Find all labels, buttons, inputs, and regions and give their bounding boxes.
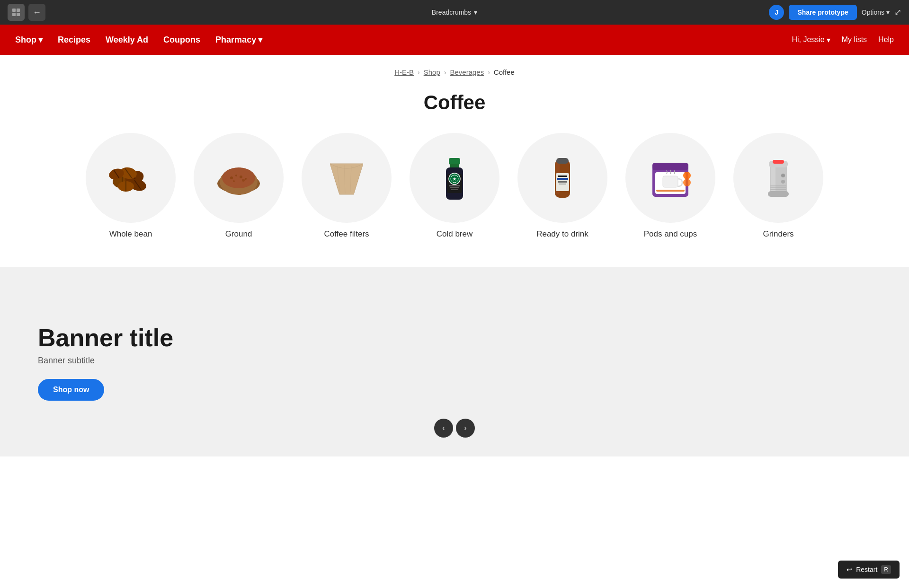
svg-rect-29 [450, 164, 459, 167]
breadcrumb-sep-2: › [444, 69, 446, 76]
svg-point-59 [781, 180, 785, 184]
svg-rect-57 [773, 160, 784, 164]
restart-label: Restart [856, 566, 877, 573]
svg-point-24 [242, 179, 245, 182]
banner-section: Banner title Banner subtitle Shop now ‹ … [0, 267, 909, 456]
svg-rect-61 [770, 187, 786, 188]
category-circle-whole-bean [86, 133, 176, 223]
pharmacy-chevron-icon: ▾ [258, 35, 262, 45]
options-button[interactable]: Options ▾ [862, 9, 890, 16]
grinders-icon [750, 149, 807, 206]
svg-point-18 [222, 167, 255, 188]
ready-to-drink-icon [534, 149, 591, 206]
category-item-whole-bean[interactable]: Whole bean [83, 133, 178, 239]
coffee-filter-icon [318, 149, 375, 206]
svg-rect-28 [449, 158, 460, 165]
banner-title: Banner title [38, 324, 871, 352]
svg-rect-37 [451, 189, 458, 190]
shop-chevron-icon: ▾ [38, 35, 43, 45]
carousel-prev-button[interactable]: ‹ [434, 419, 453, 438]
user-avatar: J [769, 5, 784, 20]
design-topbar: ← Breadcrumbs ▾ J Share prototype Option… [0, 0, 909, 25]
nav-item-recipes[interactable]: Recipes [58, 35, 90, 45]
category-item-ground[interactable]: Ground [191, 133, 286, 239]
topbar-right: J Share prototype Options ▾ ⤢ [769, 5, 901, 20]
categories-section: Whole bean [0, 133, 909, 267]
banner-subtitle: Banner subtitle [38, 356, 871, 366]
svg-rect-62 [770, 189, 786, 190]
category-label-ready-to-drink: Ready to drink [536, 229, 588, 239]
breadcrumb-current: Coffee [494, 68, 515, 76]
category-item-cold-brew[interactable]: Cold brew [407, 133, 502, 239]
svg-rect-45 [559, 184, 566, 184]
nav-help[interactable]: Help [878, 35, 894, 44]
svg-rect-0 [12, 9, 16, 12]
fullscreen-button[interactable]: ⤢ [894, 7, 901, 18]
svg-rect-54 [771, 164, 775, 196]
category-label-ground: Ground [225, 229, 252, 239]
nav-my-lists[interactable]: My lists [842, 35, 867, 44]
design-logo-button[interactable] [8, 4, 25, 21]
category-label-cold-brew: Cold brew [437, 229, 473, 239]
category-circle-ground [194, 133, 284, 223]
nav-item-pharmacy[interactable]: Pharmacy ▾ [215, 35, 262, 45]
main-content: H-E-B › Shop › Beverages › Coffee Coffee [0, 55, 909, 456]
category-label-whole-bean: Whole bean [109, 229, 152, 239]
svg-rect-43 [557, 178, 568, 180]
carousel-controls: ‹ › [434, 419, 475, 438]
topbar-left: ← [8, 4, 45, 21]
svg-point-52 [683, 179, 691, 186]
category-circle-grinders [733, 133, 823, 223]
restart-button[interactable]: ↩ Restart R [838, 561, 900, 579]
category-item-grinders[interactable]: Grinders [731, 133, 826, 239]
nav-left: Shop ▾ Recipes Weekly Ad Coupons Pharmac… [15, 35, 262, 45]
svg-rect-49 [663, 176, 678, 187]
breadcrumb: H-E-B › Shop › Beverages › Coffee [0, 55, 909, 84]
svg-point-20 [235, 175, 237, 176]
category-item-ready-to-drink[interactable]: Ready to drink [515, 133, 610, 239]
svg-point-58 [781, 174, 785, 177]
svg-rect-36 [450, 187, 459, 188]
breadcrumbs-chevron: ▾ [474, 9, 477, 16]
shop-now-button[interactable]: Shop now [38, 379, 104, 401]
breadcrumbs-label: Breadcrumbs [432, 9, 471, 16]
category-label-coffee-filters: Coffee filters [324, 229, 369, 239]
breadcrumb-heb[interactable]: H-E-B [394, 68, 414, 76]
user-chevron-icon: ▾ [827, 35, 830, 44]
svg-point-22 [245, 178, 247, 180]
page-title: Coffee [0, 84, 909, 133]
nav-item-coupons[interactable]: Coupons [163, 35, 200, 45]
nav-item-shop[interactable]: Shop ▾ [15, 35, 43, 45]
category-circle-ready-to-drink [517, 133, 607, 223]
svg-rect-3 [17, 13, 20, 16]
category-circle-cold-brew [410, 133, 499, 223]
restart-arrow-icon: ↩ [847, 566, 852, 573]
categories-grid: Whole bean [19, 133, 890, 239]
breadcrumb-sep-1: › [418, 69, 420, 76]
svg-point-23 [233, 180, 235, 182]
category-item-pods-and-cups[interactable]: Pods and cups [623, 133, 718, 239]
svg-point-19 [230, 176, 233, 179]
category-circle-pods-and-cups [625, 133, 715, 223]
back-button[interactable]: ← [28, 4, 45, 21]
svg-rect-35 [449, 185, 460, 186]
category-circle-coffee-filters [302, 133, 392, 223]
svg-point-51 [683, 172, 691, 179]
heb-navbar: Shop ▾ Recipes Weekly Ad Coupons Pharmac… [0, 25, 909, 55]
breadcrumb-beverages[interactable]: Beverages [450, 68, 484, 76]
category-item-coffee-filters[interactable]: Coffee filters [299, 133, 394, 239]
share-prototype-button[interactable]: Share prototype [789, 5, 856, 20]
svg-rect-2 [12, 13, 16, 16]
cold-brew-icon [426, 149, 483, 206]
ground-coffee-icon [210, 149, 267, 206]
svg-rect-47 [652, 163, 688, 170]
whole-bean-icon [102, 149, 159, 206]
svg-point-21 [240, 176, 242, 178]
svg-rect-1 [17, 9, 20, 12]
carousel-next-button[interactable]: › [456, 419, 475, 438]
breadcrumb-shop[interactable]: Shop [424, 68, 440, 76]
nav-item-weekly-ad[interactable]: Weekly Ad [106, 35, 148, 45]
nav-hi-user[interactable]: Hi, Jessie ▾ [792, 35, 830, 44]
breadcrumbs-dropdown[interactable]: Breadcrumbs ▾ [432, 9, 477, 16]
svg-rect-50 [656, 190, 685, 192]
